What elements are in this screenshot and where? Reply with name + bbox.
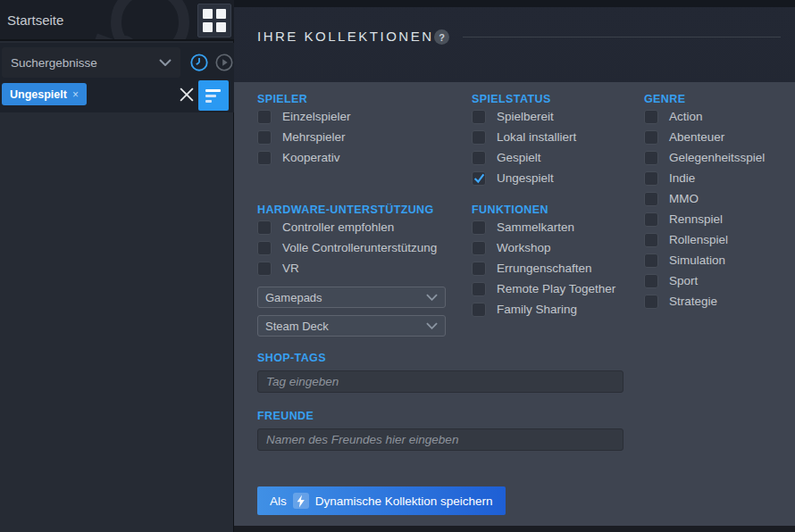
shop-tags-input[interactable] [257,370,623,393]
filter-chip-ungespielt[interactable]: Ungespielt × [2,83,87,105]
checkbox-row[interactable]: Remote Play Together [472,278,615,299]
main-top-strip [234,0,795,7]
chip-remove-icon[interactable]: × [72,88,79,101]
checkbox-spielbereit[interactable] [472,110,486,124]
checkbox-rollenspiel[interactable] [644,233,658,247]
checkbox-row[interactable]: Action [644,106,765,127]
checkbox-row[interactable]: Sport [644,270,765,291]
section-title-spielstatus: SPIELSTATUS [472,92,615,106]
checkbox-mehrspieler[interactable] [257,130,272,145]
checkbox-label: Einzelspieler [282,110,351,123]
checkbox-volle-controllerunterstuetzung[interactable] [257,241,272,255]
section-title-genre: GENRE [644,92,765,106]
filter-toggle-button[interactable] [198,80,229,111]
checkbox-row[interactable]: Gespielt [472,147,615,168]
checkbox-row[interactable]: Gelegenheitsspiel [644,147,765,168]
save-button-prefix: Als [270,495,287,508]
checkbox-label: Ungespielt [497,171,554,185]
home-link[interactable]: Startseite [7,12,63,28]
checkbox-label: Sammelkarten [497,220,574,234]
checkbox-indie[interactable] [644,171,658,186]
checkbox-row[interactable]: Lokal installiert [472,127,615,147]
checkbox-row[interactable]: Sammelkarten [472,217,615,237]
gamepads-dropdown-value: Gamepads [265,291,322,304]
checkbox-errungenschaften[interactable] [472,262,486,276]
filter-chip-label: Ungespielt [10,88,67,101]
checkbox-row[interactable]: Spielbereit [472,106,615,127]
sidebar-toolbar: Suchergebnisse Ung [0,43,234,112]
checkbox-row[interactable]: MMO [644,188,765,209]
gamepads-dropdown[interactable]: Gamepads [257,287,446,308]
page-title: IHRE KOLLEKTIONEN [257,29,434,44]
checkbox-remote-play-together[interactable] [472,282,486,296]
save-button-label: Dynamische Kollektion speichern [315,495,493,508]
checkbox-row[interactable]: Abenteuer [644,127,765,147]
checkbox-sammelkarten[interactable] [472,220,486,235]
main-area: IHRE KOLLEKTIONEN ? SPIELER Einzelspiele… [234,0,795,532]
checkbox-row[interactable]: Indie [644,168,765,188]
save-dynamic-collection-button[interactable]: Als Dynamische Kollektion speichern [257,486,506,515]
checkbox-row[interactable]: Rollenspiel [644,229,765,250]
checkbox-label: Gespielt [497,151,541,164]
checkbox-row[interactable]: Ungespielt [472,168,615,188]
checkbox-gelegenheitsspiel[interactable] [644,151,658,165]
checkbox-label: Action [669,110,703,123]
checkbox-family-sharing[interactable] [472,303,486,317]
checkbox-ungespielt[interactable] [472,171,486,186]
title-divider [463,37,781,37]
active-filters-row: Ungespielt × [0,80,234,112]
checkbox-label: Indie [669,171,695,185]
checkbox-action[interactable] [644,110,658,124]
grid-view-button[interactable] [197,4,231,37]
checkmark-icon [473,172,485,184]
checkbox-strategie[interactable] [644,295,658,309]
lightning-icon [293,493,309,509]
sidebar: Startseite Suchergebnisse [0,0,234,532]
checkbox-label: Strategie [669,295,717,308]
collection-select-value: Suchergebnisse [11,56,97,70]
checkbox-controller-empfohlen[interactable] [257,220,272,235]
play-next-button[interactable] [213,52,235,73]
checkbox-label: Abenteuer [669,130,724,144]
checkbox-rennspiel[interactable] [644,212,658,227]
checkbox-vr[interactable] [257,262,272,276]
checkbox-row[interactable]: Strategie [644,291,765,312]
collection-select[interactable]: Suchergebnisse [2,47,180,78]
section-title-freunde: FREUNDE [257,409,623,423]
checkbox-row[interactable]: Workshop [472,237,615,258]
checkbox-gespielt[interactable] [472,151,486,165]
checkbox-label: Mehrspieler [282,130,346,144]
checkbox-lokal-installiert[interactable] [472,130,486,145]
checkbox-abenteuer[interactable] [644,130,658,145]
checkbox-mmo[interactable] [644,192,658,206]
checkbox-label: Spielbereit [497,110,554,123]
checkbox-label: Sport [669,274,698,287]
checkbox-workshop[interactable] [472,241,486,255]
steam-deck-dropdown[interactable]: Steam Deck [257,315,446,337]
checkbox-label: Controller empfohlen [282,220,394,234]
chevron-down-icon [159,59,172,66]
checkbox-sport[interactable] [644,274,658,288]
checkbox-row[interactable]: Rennspiel [644,209,765,229]
checkbox-einzelspieler[interactable] [257,110,272,124]
checkbox-label: Simulation [669,254,725,267]
friends-input[interactable] [257,428,623,451]
recent-history-button[interactable] [188,52,210,73]
chevron-down-icon [426,322,438,329]
checkbox-row[interactable]: Simulation [644,250,765,270]
checkbox-kooperativ[interactable] [257,151,272,165]
checkbox-label: VR [282,262,299,275]
section-title-funktionen: FUNKTIONEN [472,203,615,217]
help-icon[interactable]: ? [434,29,449,45]
checkbox-row[interactable]: Family Sharing [472,299,615,320]
steam-library-window: Startseite Suchergebnisse [0,0,795,532]
close-icon[interactable] [180,87,194,102]
checkbox-simulation[interactable] [644,254,658,268]
filter-panel: SPIELER Einzelspieler Mehrspieler Kooper… [234,82,795,526]
sidebar-header: Startseite [0,0,234,41]
section-title-shop-tags: SHOP-TAGS [257,351,623,365]
checkbox-label: Lokal installiert [497,130,576,144]
checkbox-label: Kooperativ [282,151,340,164]
checkbox-row[interactable]: Errungenschaften [472,258,615,278]
filter-column-3: GENRE Action Abenteuer Gelegenheitsspiel… [644,92,765,312]
